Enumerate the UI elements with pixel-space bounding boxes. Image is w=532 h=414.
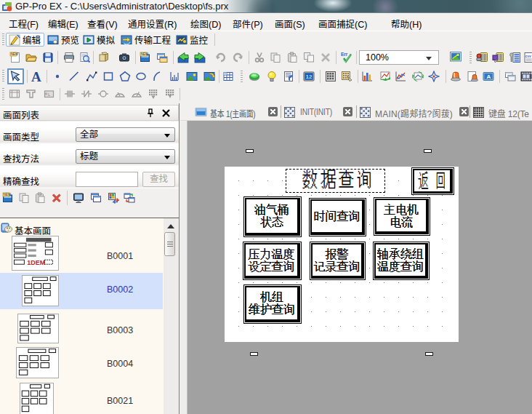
svg-text:csv: csv bbox=[525, 54, 532, 58]
svg-text:12: 12 bbox=[306, 73, 313, 80]
svg-text:NEW: NEW bbox=[141, 52, 149, 56]
svg-text:1DEM: 1DEM bbox=[27, 259, 45, 266]
svg-text:NEW: NEW bbox=[4, 193, 12, 196]
svg-text:NEW: NEW bbox=[11, 52, 19, 56]
svg-text:A: A bbox=[31, 69, 41, 84]
svg-text:Err: Err bbox=[341, 52, 348, 57]
svg-text:A: A bbox=[487, 73, 491, 80]
